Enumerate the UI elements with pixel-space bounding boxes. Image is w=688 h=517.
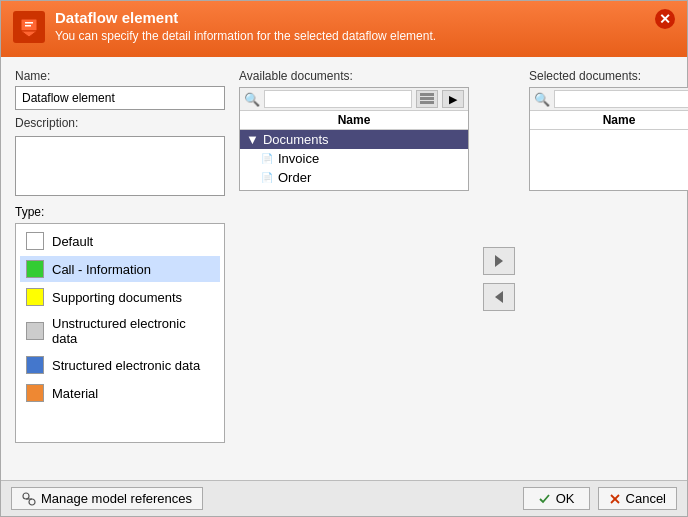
type-color-structured <box>26 356 44 374</box>
dialog-subtitle: You can specify the detail information f… <box>55 29 436 43</box>
dialog-icon <box>13 11 45 43</box>
type-label-default: Default <box>52 234 93 249</box>
svg-marker-8 <box>495 291 503 303</box>
available-docs-col-header: Name <box>240 111 468 130</box>
available-docs-tree: ▼ Documents 📄 Invoice 📄 Order <box>240 130 468 190</box>
available-docs-label: Available documents: <box>239 69 469 83</box>
name-field-group: Name: <box>15 69 225 110</box>
description-input[interactable] <box>15 136 225 196</box>
manage-references-button[interactable]: Manage model references <box>11 487 203 510</box>
svg-rect-3 <box>25 25 31 27</box>
available-docs-panel: 🔍 ▶ Name ▼ Documents <box>239 87 469 191</box>
type-label-supporting: Supporting documents <box>52 290 182 305</box>
type-label-call-info: Call - Information <box>52 262 151 277</box>
type-item-unstructured[interactable]: Unstructured electronic data <box>20 312 220 350</box>
type-list: Default Call - Information Supporting do… <box>15 223 225 443</box>
tree-group-arrow: ▼ <box>246 132 259 147</box>
description-field-group: Description: <box>15 116 225 199</box>
selected-docs-toolbar: 🔍 ▶ <box>530 88 688 111</box>
selected-docs-search[interactable] <box>554 90 688 108</box>
selected-docs-tree <box>530 130 688 190</box>
type-label: Type: <box>15 205 225 219</box>
type-label-structured: Structured electronic data <box>52 358 200 373</box>
move-left-button[interactable] <box>483 283 515 311</box>
order-icon: 📄 <box>260 171 274 185</box>
move-right-button[interactable] <box>483 247 515 275</box>
search-icon: 🔍 <box>244 92 260 107</box>
main-columns: Name: Description: Type: Default <box>15 69 673 468</box>
dialog-title: Dataflow element <box>55 9 436 26</box>
tree-item-invoice-label: Invoice <box>278 151 319 166</box>
close-button[interactable]: ✕ <box>655 9 675 29</box>
description-label: Description: <box>15 116 225 130</box>
arrow-column <box>483 69 515 468</box>
ok-button[interactable]: OK <box>523 487 590 510</box>
bottom-bar: Manage model references OK Cancel <box>1 480 687 516</box>
selected-docs-col-header: Name <box>530 111 688 130</box>
bottom-left: Manage model references <box>11 487 203 510</box>
type-color-call-info <box>26 260 44 278</box>
available-docs-expand-btn[interactable]: ▶ <box>442 90 464 108</box>
type-item-material[interactable]: Material <box>20 380 220 406</box>
available-docs-toolbar-btn[interactable] <box>416 90 438 108</box>
svg-rect-5 <box>420 97 434 100</box>
type-label-material: Material <box>52 386 98 401</box>
left-column: Name: Description: Type: Default <box>15 69 225 468</box>
cancel-button[interactable]: Cancel <box>598 487 677 510</box>
type-color-default <box>26 232 44 250</box>
bottom-right: OK Cancel <box>523 487 677 510</box>
svg-point-13 <box>29 499 35 505</box>
type-item-structured[interactable]: Structured electronic data <box>20 352 220 378</box>
middle-column: Available documents: 🔍 ▶ Name ▼ <box>239 69 469 468</box>
type-color-material <box>26 384 44 402</box>
tree-item-invoice[interactable]: 📄 Invoice <box>240 149 468 168</box>
title-bar: Dataflow element You can specify the det… <box>1 1 687 57</box>
tree-item-order-label: Order <box>278 170 311 185</box>
svg-point-12 <box>23 493 29 499</box>
name-input[interactable] <box>15 86 225 110</box>
type-color-supporting <box>26 288 44 306</box>
type-section: Type: Default Call - Information Supp <box>15 205 225 443</box>
invoice-icon: 📄 <box>260 152 274 166</box>
available-docs-toolbar: 🔍 ▶ <box>240 88 468 111</box>
type-item-supporting[interactable]: Supporting documents <box>20 284 220 310</box>
available-docs-search[interactable] <box>264 90 412 108</box>
manage-references-label: Manage model references <box>41 491 192 506</box>
type-item-default[interactable]: Default <box>20 228 220 254</box>
right-column: Selected documents: 🔍 ▶ Name <box>529 69 688 468</box>
tree-group-label: Documents <box>263 132 329 147</box>
title-left: Dataflow element You can specify the det… <box>13 9 436 43</box>
type-label-unstructured: Unstructured electronic data <box>52 316 214 346</box>
selected-search-icon: 🔍 <box>534 92 550 107</box>
content: Name: Description: Type: Default <box>1 57 687 480</box>
ok-label: OK <box>556 491 575 506</box>
svg-rect-4 <box>420 93 434 96</box>
selected-docs-label: Selected documents: <box>529 69 688 83</box>
svg-rect-6 <box>420 101 434 104</box>
cancel-label: Cancel <box>626 491 666 506</box>
svg-marker-1 <box>21 31 37 37</box>
tree-group-documents[interactable]: ▼ Documents <box>240 130 468 149</box>
dialog: Dataflow element You can specify the det… <box>0 0 688 517</box>
svg-marker-7 <box>495 255 503 267</box>
tree-item-order[interactable]: 📄 Order <box>240 168 468 187</box>
title-text: Dataflow element You can specify the det… <box>55 9 436 43</box>
selected-docs-panel: 🔍 ▶ Name <box>529 87 688 191</box>
svg-rect-2 <box>25 22 33 24</box>
type-item-call-info[interactable]: Call - Information <box>20 256 220 282</box>
name-label: Name: <box>15 69 225 83</box>
type-color-unstructured <box>26 322 44 340</box>
